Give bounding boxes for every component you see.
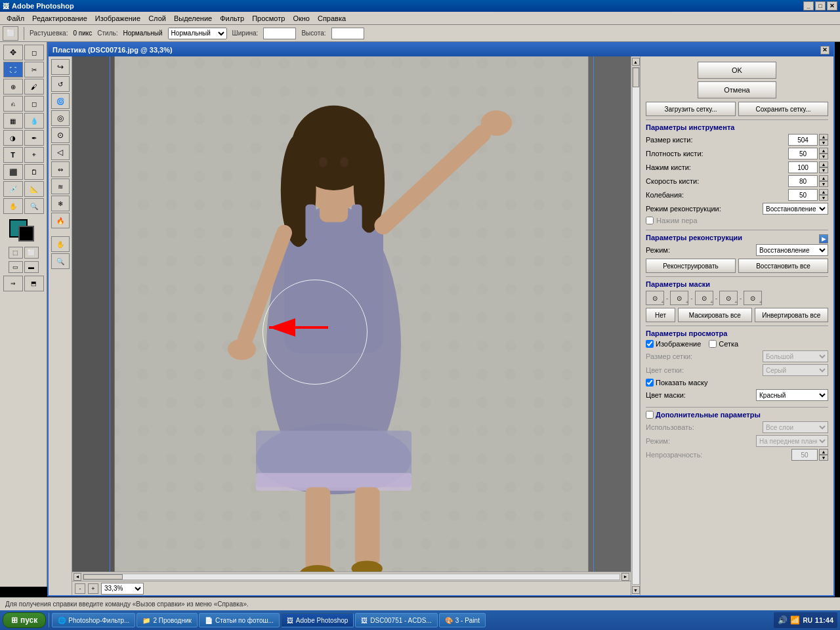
restore-all-button[interactable]: Восстановить все <box>738 259 828 273</box>
taskbar-item-5[interactable]: 🖼 DSC00751 - ACDS... <box>355 613 437 627</box>
taskbar-item-3[interactable]: 📄 Статьи по фотош... <box>199 613 280 627</box>
mask-icon-2[interactable]: ⊙ + <box>670 291 688 305</box>
tool-pen[interactable]: ✒ <box>24 130 44 146</box>
speed-spin-up[interactable]: ▲ <box>819 175 828 181</box>
speed-spin-down[interactable]: ▼ <box>819 181 828 187</box>
toolbar-height-input[interactable] <box>331 28 364 39</box>
v-scroll-thumb[interactable] <box>633 68 639 87</box>
dialog-close[interactable]: ✕ <box>820 46 830 54</box>
toolbar-select-tool[interactable]: ⬜ <box>3 26 18 41</box>
brush-density-spinner[interactable]: ▲ ▼ <box>819 148 828 159</box>
op-spin-up[interactable]: ▲ <box>819 449 828 455</box>
image-checkbox[interactable] <box>646 340 654 348</box>
tool-heal[interactable]: ⊕ <box>3 79 23 94</box>
show-mask-checkbox[interactable] <box>646 379 654 387</box>
op-spin-down[interactable]: ▼ <box>819 455 828 461</box>
recon-mode-select[interactable]: Восстановление <box>763 203 828 215</box>
mode-select[interactable]: Восстановление <box>756 244 828 256</box>
mask-icon-4[interactable]: ⊙ + <box>719 291 738 305</box>
reconstruct-button[interactable]: Реконструировать <box>646 259 736 273</box>
tool-path[interactable]: ⌖ <box>24 147 44 163</box>
canvas-area[interactable] <box>72 56 631 572</box>
screen-mode-2[interactable]: ▬ <box>24 261 39 273</box>
dlg-tool-thaw-mask[interactable]: 🔥 <box>51 213 70 228</box>
pressure-spin-up[interactable]: ▲ <box>819 161 828 167</box>
mask-icon-1[interactable]: ⊙ + <box>646 291 664 305</box>
tool-move[interactable]: ✥ <box>3 45 23 60</box>
brush-size-input[interactable] <box>788 134 818 146</box>
menu-edit[interactable]: Редактирование <box>28 13 91 24</box>
spin-up[interactable]: ▲ <box>819 134 828 140</box>
h-scroll-track[interactable] <box>83 574 620 580</box>
dlg-tool-hand[interactable]: ✋ <box>51 236 70 252</box>
save-mesh-button[interactable]: Сохранить сетку... <box>738 102 828 116</box>
scroll-up-btn[interactable]: ▲ <box>632 58 640 66</box>
oscillation-input[interactable] <box>788 189 818 201</box>
scroll-left-btn[interactable]: ◄ <box>74 573 81 581</box>
recon-expand-icon[interactable]: ▶ <box>819 234 828 243</box>
canvas-scrollbar-h[interactable]: ◄ ► <box>72 572 631 581</box>
canvas-scrollbar-v[interactable]: ▲ ▼ <box>631 56 640 595</box>
quick-mask-btn[interactable]: ⬚ <box>9 247 23 259</box>
dlg-tool-push-left[interactable]: ◁ <box>51 144 70 160</box>
mask-icon-3[interactable]: ⊙ + <box>695 291 713 305</box>
tool-hand[interactable]: ✋ <box>3 198 23 214</box>
spin-down[interactable]: ▼ <box>819 140 828 146</box>
menu-view[interactable]: Просмотр <box>248 13 289 24</box>
brush-speed-spinner[interactable]: ▲ ▼ <box>819 175 828 187</box>
mesh-color-select[interactable]: Серый <box>763 364 828 376</box>
opacity-input[interactable] <box>791 449 818 461</box>
standard-mode-btn[interactable]: ⬜ <box>24 247 39 259</box>
no-mask-button[interactable]: Нет <box>646 308 675 322</box>
tool-measure[interactable]: 📐 <box>24 181 44 197</box>
density-spin-up[interactable]: ▲ <box>819 148 828 154</box>
tool-clone[interactable]: ⎌ <box>3 96 23 112</box>
layer-mode-select[interactable]: На переднем плане <box>756 435 828 447</box>
dlg-tool-reconstruct[interactable]: ↺ <box>51 76 70 92</box>
dlg-tool-freeze-mask[interactable]: ❄ <box>51 196 70 211</box>
taskbar-item-1[interactable]: 🌐 Photoshop-Фильтр... <box>52 613 135 627</box>
use-select[interactable]: Все слои <box>763 421 828 433</box>
invert-all-button[interactable]: Инвертировать все <box>755 308 829 322</box>
dlg-tool-twirl[interactable]: 🌀 <box>51 93 70 109</box>
h-scroll-thumb[interactable] <box>83 574 123 579</box>
tool-gradient[interactable]: ▦ <box>3 113 23 129</box>
menu-filter[interactable]: Фильтр <box>216 13 248 24</box>
density-spin-down[interactable]: ▼ <box>819 154 828 159</box>
ok-button[interactable]: OK <box>698 62 776 79</box>
osc-spin-up[interactable]: ▲ <box>819 189 828 195</box>
minimize-button[interactable]: _ <box>803 1 814 10</box>
dlg-tool-turbulence[interactable]: ≋ <box>51 178 70 194</box>
dlg-tool-bloat[interactable]: ⊙ <box>51 127 70 143</box>
tool-lasso[interactable]: ◻ <box>24 45 44 60</box>
zoom-in-btn[interactable]: + <box>88 583 98 594</box>
mask-icon-5[interactable]: ⊙ + <box>744 291 762 305</box>
menu-file[interactable]: Файл <box>3 13 28 24</box>
brush-density-input[interactable] <box>788 148 818 159</box>
toolbar-style-select[interactable]: Нормальный <box>168 28 227 39</box>
extra-params-checkbox[interactable] <box>646 411 654 419</box>
cancel-button[interactable]: Отмена <box>698 81 776 98</box>
menu-help[interactable]: Справка <box>314 13 350 24</box>
tool-rect-shape[interactable]: ⬛ <box>3 164 23 180</box>
toolbar-width-input[interactable] <box>263 28 296 39</box>
brush-pressure-input[interactable] <box>788 161 818 173</box>
tool-dodge[interactable]: ◑ <box>3 130 23 146</box>
tool-text[interactable]: T <box>3 147 23 163</box>
menu-window[interactable]: Окно <box>289 13 314 24</box>
brush-speed-input[interactable] <box>788 175 818 187</box>
tool-zoom[interactable]: 🔍 <box>24 198 44 214</box>
brush-pressure-spinner[interactable]: ▲ ▼ <box>819 161 828 173</box>
opacity-spinner[interactable]: ▲ ▼ <box>819 449 828 461</box>
maximize-button[interactable]: □ <box>815 1 826 10</box>
extra-tool-2[interactable]: ⬒ <box>24 276 44 291</box>
zoom-select[interactable]: 33,3% <box>101 583 144 595</box>
tool-eyedropper[interactable]: 💉 <box>3 181 23 197</box>
mask-color-select[interactable]: Красный <box>756 389 828 401</box>
dlg-tool-zoom[interactable]: 🔍 <box>51 253 70 269</box>
menu-select[interactable]: Выделение <box>170 13 216 24</box>
dlg-tool-mirror[interactable]: ⇔ <box>51 161 70 177</box>
dlg-tool-pucker[interactable]: ◎ <box>51 110 70 126</box>
tool-eraser[interactable]: ◻ <box>24 96 44 112</box>
v-scroll-track[interactable] <box>632 67 640 585</box>
